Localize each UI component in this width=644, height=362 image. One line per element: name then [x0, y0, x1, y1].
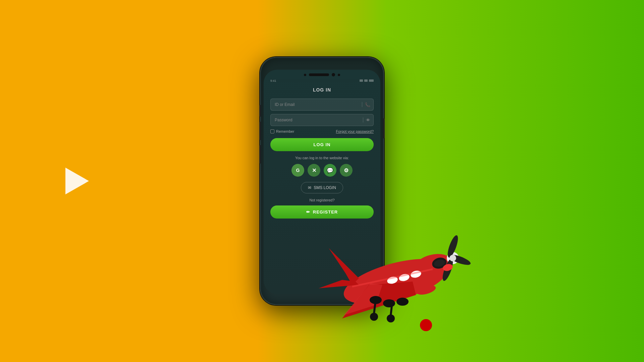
wifi-icon [360, 79, 363, 82]
battery-icon [369, 79, 374, 82]
phone-volume-down-button [259, 122, 261, 140]
steam-login-button[interactable]: ⚙ [340, 164, 353, 177]
notch-sensor [304, 74, 306, 76]
phone-body: 9:41 LOG IN 📞 👁 [260, 57, 384, 305]
social-login-text: You can log in to the website via: [295, 156, 349, 160]
login-button[interactable]: LOG IN [270, 138, 374, 151]
phone-power-button [383, 118, 385, 138]
status-icons [360, 79, 374, 82]
status-bar: 9:41 [270, 78, 374, 83]
not-registered-text: Not registered? [309, 198, 334, 202]
password-input-group: 👁 [270, 114, 374, 126]
remember-checkbox[interactable] [270, 129, 274, 133]
remember-label[interactable]: Remember [270, 129, 294, 133]
notch-camera [332, 73, 335, 76]
id-email-input-group: 📞 [270, 99, 374, 111]
register-icon: ✏ [306, 209, 310, 215]
password-input[interactable] [270, 114, 374, 126]
phone-volume-up-button [259, 105, 261, 117]
login-title: LOG IN [313, 87, 331, 93]
signal-icon [364, 79, 368, 82]
notch-speaker [309, 73, 329, 76]
phone-screen: 9:41 LOG IN 📞 👁 [264, 70, 380, 294]
forgot-password-link[interactable]: Forgot your password? [336, 129, 374, 133]
register-button[interactable]: ✏ REGISTER [270, 205, 374, 219]
sms-icon: ✉ [308, 185, 311, 190]
id-email-input[interactable] [270, 99, 374, 111]
twitter-login-button[interactable]: ✕ [308, 164, 320, 177]
phone-mockup: 9:41 LOG IN 📞 👁 [260, 57, 384, 305]
google-login-button[interactable]: G [291, 164, 304, 177]
phone-notch [304, 73, 340, 76]
status-time: 9:41 [270, 79, 276, 82]
wechat-login-button[interactable]: 💬 [324, 164, 336, 177]
phone-silent-button [259, 145, 261, 164]
social-icons-row: G ✕ 💬 ⚙ [291, 164, 353, 177]
sms-login-button[interactable]: ✉ SMS LOGIN [301, 182, 343, 193]
notch-sensor-2 [338, 74, 340, 76]
remember-row: Remember Forgot your password? [270, 129, 374, 133]
password-visibility-icon[interactable]: 👁 [363, 118, 370, 123]
id-email-icon: 📞 [362, 102, 370, 107]
play-button[interactable] [65, 168, 89, 194]
